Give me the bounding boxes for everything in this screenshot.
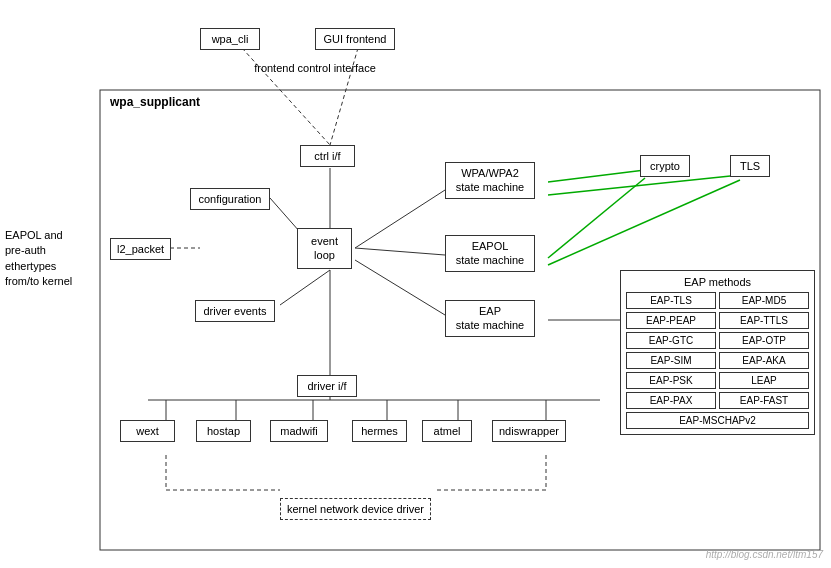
eapol-label: EAPOL andpre-authethertypesfrom/to kerne… (5, 228, 105, 290)
diagram-container: wpa_supplicant wpa_cli GUI frontend fron… (0, 0, 831, 568)
driver-if-box: driver i/f (297, 375, 357, 397)
configuration-box: configuration (190, 188, 270, 210)
watermark: http://blog.csdn.net/ltm157 (706, 549, 823, 560)
atmel-box: atmel (422, 420, 472, 442)
leap: LEAP (719, 372, 809, 389)
ctrl-if-box: ctrl i/f (300, 145, 355, 167)
kernel-driver-box: kernel network device driver (280, 498, 431, 520)
eap-sim: EAP-SIM (626, 352, 716, 369)
hermes-box: hermes (352, 420, 407, 442)
crypto-box: crypto (640, 155, 690, 177)
svg-line-5 (355, 190, 445, 248)
eapol-state-machine-box: EAPOLstate machine (445, 235, 535, 272)
eap-methods-grid: EAP-TLS EAP-MD5 EAP-PEAP EAP-TTLS EAP-GT… (626, 292, 809, 429)
eap-mschapv2: EAP-MSCHAPv2 (626, 412, 809, 429)
svg-line-19 (548, 170, 645, 182)
eap-gtc: EAP-GTC (626, 332, 716, 349)
svg-line-6 (355, 248, 445, 255)
eap-peap: EAP-PEAP (626, 312, 716, 329)
svg-line-21 (548, 178, 645, 258)
gui-frontend-box: GUI frontend (315, 28, 395, 50)
wext-box: wext (120, 420, 175, 442)
svg-line-7 (355, 260, 445, 315)
eap-pax: EAP-PAX (626, 392, 716, 409)
frontend-control-label: frontend control interface (215, 62, 415, 74)
svg-line-20 (548, 175, 740, 195)
ndiswrapper-box: ndiswrapper (492, 420, 566, 442)
svg-line-8 (280, 270, 330, 305)
eap-psk: EAP-PSK (626, 372, 716, 389)
eap-ttls: EAP-TTLS (719, 312, 809, 329)
l2-packet-box: l2_packet (110, 238, 171, 260)
eap-tls: EAP-TLS (626, 292, 716, 309)
wpa-supplicant-label: wpa_supplicant (110, 95, 200, 109)
wpa-cli-box: wpa_cli (200, 28, 260, 50)
svg-line-22 (548, 180, 740, 265)
eap-md5: EAP-MD5 (719, 292, 809, 309)
eap-otp: EAP-OTP (719, 332, 809, 349)
tls-box: TLS (730, 155, 770, 177)
event-loop-box: eventloop (297, 228, 352, 269)
eap-methods-box: EAP methods EAP-TLS EAP-MD5 EAP-PEAP EAP… (620, 270, 815, 435)
eap-aka: EAP-AKA (719, 352, 809, 369)
wpa-state-machine-box: WPA/WPA2state machine (445, 162, 535, 199)
eap-fast: EAP-FAST (719, 392, 809, 409)
eap-state-machine-box: EAPstate machine (445, 300, 535, 337)
hostap-box: hostap (196, 420, 251, 442)
eap-methods-title: EAP methods (626, 276, 809, 288)
driver-events-box: driver events (195, 300, 275, 322)
madwifi-box: madwifi (270, 420, 328, 442)
